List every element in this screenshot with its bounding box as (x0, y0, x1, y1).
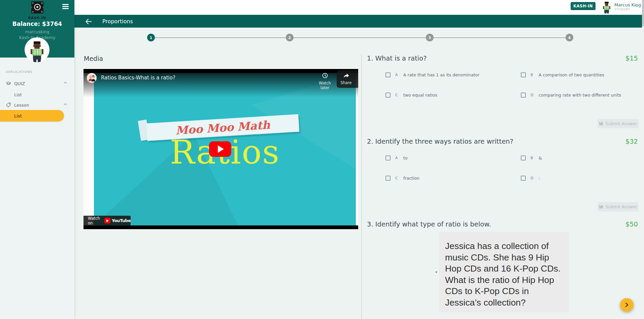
logo-wordmark: KA$H-IN (0, 16, 74, 20)
option-text: : (539, 176, 540, 181)
option-letter: A (395, 73, 400, 77)
checkbox[interactable] (521, 155, 526, 161)
option-text: & (539, 155, 542, 161)
option-d[interactable]: D : (521, 176, 540, 181)
sidebar-item-label: List (14, 113, 22, 118)
stepper-step-3[interactable]: 3 (426, 34, 434, 41)
option-letter: D (531, 176, 535, 180)
save-icon (599, 205, 603, 209)
page-title: Proportions (102, 18, 133, 25)
video-title[interactable]: Ratios Basics-What is a ratio? (101, 75, 175, 81)
stepper-step-4[interactable]: 4 (566, 34, 573, 41)
watch-later-button[interactable]: Watch later (314, 73, 335, 90)
submit-answer-label: Submit Answer (605, 121, 637, 126)
scrollbar-track[interactable] (642, 0, 644, 319)
option-letter: C (395, 93, 400, 97)
submit-answer-button[interactable]: Submit Answer (598, 202, 639, 211)
play-icon (218, 145, 224, 153)
checkbox[interactable] (385, 176, 391, 181)
checkbox[interactable] (521, 176, 526, 181)
media-heading: Media (84, 55, 103, 62)
page-header-bar: Proportions (74, 15, 644, 28)
stepper-step-1[interactable]: 1 (147, 34, 155, 41)
chevron-up-icon (64, 82, 67, 84)
checkbox[interactable] (521, 72, 526, 77)
option-c[interactable]: C two equal ratios (385, 93, 437, 98)
user-avatar[interactable] (602, 1, 612, 13)
submit-answer-button[interactable]: Submit Answer (598, 119, 639, 128)
share-button[interactable]: Share (337, 73, 355, 85)
sidebar-item-label: Lesson (14, 103, 29, 108)
watch-on-youtube-badge[interactable]: Watch on YouTube (83, 216, 131, 225)
checkbox[interactable] (385, 155, 391, 161)
option-letter: B (531, 73, 535, 77)
sidebar-username: marcusking (0, 29, 74, 34)
submit-answer-label: Submit Answer (605, 204, 637, 209)
option-b[interactable]: B & (521, 155, 542, 161)
next-page-fab[interactable] (620, 298, 634, 312)
share-arrow-icon (343, 73, 349, 78)
stepper-connector (151, 37, 569, 38)
option-d[interactable]: D comparing rate with two different unit… (521, 93, 621, 98)
option-text: to (403, 155, 408, 161)
question-2: 2. Identify the three ways ratios are wr… (367, 138, 638, 146)
option-b[interactable]: B A comparison of two quantities (521, 72, 604, 77)
question-3: 3. Identify what type of ratio is below.… (367, 220, 638, 228)
option-a[interactable]: A to (385, 155, 408, 161)
save-icon (599, 121, 603, 126)
question-prize: $50 (625, 220, 638, 228)
sidebar-item-label: QUIZ (14, 81, 25, 86)
youtube-wordmark: YouTube (112, 218, 131, 223)
avatar-pixel-figure (602, 1, 612, 13)
channel-avatar[interactable] (87, 73, 97, 83)
chevron-up-icon (64, 103, 67, 105)
applications-section-label: APPLICATIONS (6, 70, 33, 74)
watch-on-label: Watch on (88, 216, 102, 225)
hamburger-menu-icon[interactable] (62, 4, 69, 9)
clock-icon (322, 73, 328, 78)
avatar-pixel-figure (29, 41, 45, 62)
balance-text: Balance: $3764 (0, 21, 74, 27)
sidebar: KA$H-IN Balance: $3764 marcusking Kash-I… (0, 0, 74, 319)
question-title: 3. Identify what type of ratio is below. (367, 220, 491, 228)
sidebar-item-quiz[interactable]: QUIZ (0, 78, 74, 89)
chevron-down-icon[interactable] (635, 5, 639, 7)
option-text: A rate that has 1 as its denominator (403, 72, 479, 77)
video-bottom-bar (83, 225, 358, 229)
top-bar: KASH-IN Marcus King STUDENT (74, 0, 644, 15)
option-letter: A (395, 156, 400, 160)
checkbox[interactable] (385, 72, 391, 77)
option-text: fraction (403, 176, 419, 181)
user-role: STUDENT (614, 8, 630, 11)
chevron-right-icon (625, 302, 629, 308)
watch-later-label: Watch later (314, 81, 335, 90)
play-button[interactable] (209, 141, 231, 157)
option-a[interactable]: A A rate that has 1 as its denominator (385, 72, 479, 77)
question-title: 1. What is a ratio? (367, 55, 427, 62)
app-window: KA$H-IN Balance: $3764 marcusking Kash-I… (0, 0, 644, 319)
column-divider (361, 54, 362, 319)
youtube-player: Moo Moo Math Ratios Ratios Basics-What i… (83, 69, 358, 229)
option-letter: D (531, 93, 535, 97)
sidebar-item-lesson[interactable]: Lesson (0, 99, 74, 111)
kash-in-button[interactable]: KASH-IN (571, 2, 596, 10)
checkbox[interactable] (521, 93, 526, 98)
sidebar-item-lesson-list-active[interactable]: List (0, 110, 64, 121)
question-title: 2. Identify the three ways ratios are wr… (367, 138, 513, 145)
avatar[interactable] (25, 37, 49, 62)
question-prize: $15 (625, 55, 638, 62)
option-text: A comparison of two quantities (539, 72, 604, 77)
option-letter: C (395, 176, 400, 180)
question-prize: $32 (625, 138, 638, 145)
stray-dot (436, 271, 437, 273)
graduation-cap-icon (6, 81, 11, 86)
checkbox[interactable] (385, 93, 391, 98)
sidebar-item-quiz-list[interactable]: List (14, 92, 22, 97)
scrollbar-thumb[interactable] (642, 0, 644, 26)
back-arrow-icon[interactable] (84, 17, 93, 26)
stepper-step-2[interactable]: 2 (286, 34, 294, 41)
youtube-play-logo-icon (104, 218, 110, 223)
tag-icon (6, 102, 11, 108)
option-c[interactable]: C fraction (385, 176, 419, 181)
question-image-text: Jessica has a collection of music CDs. S… (445, 241, 564, 308)
